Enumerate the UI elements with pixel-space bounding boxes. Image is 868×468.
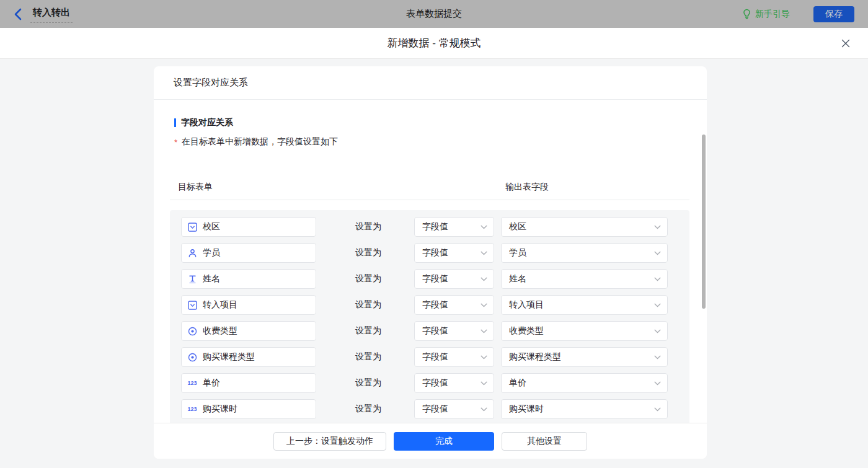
value-type-selected: 字段值 (422, 351, 448, 363)
mapping-row: 学员设置为字段值学员 (170, 243, 689, 263)
chevron-down-icon (654, 355, 661, 360)
target-form-field[interactable]: 123购买课时 (181, 399, 316, 419)
field-label: 姓名 (203, 273, 220, 285)
field-label: 学员 (203, 247, 220, 258)
mapping-row: 姓名设置为字段值姓名 (170, 269, 689, 289)
output-field-select[interactable]: 收费类型 (501, 321, 668, 341)
set-as-label: 设置为 (355, 325, 381, 337)
text-field-icon (187, 275, 197, 284)
target-form-field[interactable]: 收费类型 (181, 321, 316, 341)
output-field-select[interactable]: 校区 (501, 217, 668, 237)
column-header-target-form: 目标表单 (178, 182, 213, 193)
chevron-down-icon (654, 381, 661, 386)
vertical-scrollbar[interactable] (702, 135, 706, 309)
target-form-field[interactable]: 学员 (181, 243, 316, 263)
columns-divider (170, 200, 689, 200)
chevron-down-icon (654, 329, 661, 333)
page-title: 表单数据提交 (0, 8, 868, 20)
section-description: * 在目标表单中新增数据，字段值设置如下 (174, 136, 707, 148)
value-type-select[interactable]: 字段值 (414, 243, 494, 263)
field-label: 购买课程类型 (203, 351, 255, 363)
value-type-selected: 字段值 (422, 325, 448, 337)
lightbulb-icon (742, 9, 751, 19)
set-as-label: 设置为 (355, 404, 381, 415)
value-type-selected: 字段值 (422, 299, 448, 311)
number-field-icon: 123 (187, 406, 197, 412)
set-as-label: 设置为 (355, 377, 381, 389)
target-form-field[interactable]: 姓名 (181, 269, 316, 289)
modal-title: 新增数据 - 常规模式 (387, 36, 480, 50)
output-field-select[interactable]: 单价 (501, 373, 668, 393)
value-type-selected: 字段值 (422, 221, 448, 232)
flow-title[interactable]: 转入转出 (30, 6, 73, 23)
modal-body: 设置字段对应关系 字段对应关系 * 在目标表单中新增数据，字段值设置如下 目标表… (0, 59, 868, 468)
value-type-select[interactable]: 字段值 (414, 295, 494, 315)
beginner-guide-link[interactable]: 新手引导 (742, 9, 790, 20)
target-form-field[interactable]: 转入项目 (181, 295, 316, 315)
select-field-icon (187, 301, 197, 310)
mapping-row: 购买课程类型设置为字段值购买课程类型 (170, 347, 689, 367)
select-field-icon (187, 223, 197, 232)
mapping-row: 收费类型设置为字段值收费类型 (170, 321, 689, 341)
field-label: 购买课时 (203, 404, 237, 415)
target-form-field[interactable]: 校区 (181, 217, 316, 237)
chevron-down-icon (654, 225, 661, 229)
finish-button[interactable]: 完成 (394, 432, 494, 451)
member-field-icon (187, 249, 197, 258)
field-mapping-card: 设置字段对应关系 字段对应关系 * 在目标表单中新增数据，字段值设置如下 目标表… (154, 66, 707, 459)
field-label: 转入项目 (203, 299, 237, 311)
column-header-output-field: 输出表字段 (505, 182, 549, 193)
value-type-select[interactable]: 字段值 (414, 347, 494, 367)
output-field-select[interactable]: 姓名 (501, 269, 668, 289)
field-label: 校区 (203, 221, 220, 232)
value-type-select[interactable]: 字段值 (414, 321, 494, 341)
modal-header: 新增数据 - 常规模式 (0, 28, 868, 59)
add-data-modal: 新增数据 - 常规模式 设置字段对应关系 字段对应关系 * 在目标表单中新增数据… (0, 28, 868, 468)
prev-step-button[interactable]: 上一步：设置触发动作 (273, 432, 386, 451)
set-as-label: 设置为 (355, 351, 381, 363)
chevron-down-icon (480, 251, 487, 255)
set-as-label: 设置为 (355, 221, 381, 232)
chevron-down-icon (480, 381, 487, 386)
output-field-select[interactable]: 转入项目 (501, 295, 668, 315)
value-type-select[interactable]: 字段值 (414, 217, 494, 237)
value-type-select[interactable]: 字段值 (414, 269, 494, 289)
other-settings-button[interactable]: 其他设置 (502, 432, 587, 451)
mapping-row: 校区设置为字段值校区 (170, 217, 689, 237)
value-type-select[interactable]: 字段值 (414, 399, 494, 419)
save-button[interactable]: 保存 (813, 6, 854, 22)
mapping-row: 123单价设置为字段值单价 (170, 373, 689, 393)
chevron-down-icon (480, 303, 487, 307)
value-type-selected: 字段值 (422, 273, 448, 285)
target-form-field[interactable]: 123单价 (181, 373, 316, 393)
chevron-down-icon (480, 407, 487, 412)
output-field-selected: 购买课程类型 (509, 351, 561, 363)
set-as-label: 设置为 (355, 273, 381, 285)
back-icon[interactable] (14, 8, 22, 20)
output-field-selected: 单价 (509, 377, 526, 389)
section-accent-bar (174, 118, 176, 127)
output-field-selected: 转入项目 (509, 299, 544, 311)
value-type-selected: 字段值 (422, 404, 448, 415)
chevron-down-icon (654, 277, 661, 281)
target-form-field[interactable]: 购买课程类型 (181, 347, 316, 367)
value-type-select[interactable]: 字段值 (414, 373, 494, 393)
card-content: 字段对应关系 * 在目标表单中新增数据，字段值设置如下 目标表单 输出表字段 校… (154, 100, 707, 459)
chevron-down-icon (654, 407, 661, 412)
value-type-selected: 字段值 (422, 377, 448, 389)
output-field-selected: 学员 (509, 247, 526, 258)
mapping-list: 校区设置为字段值校区学员设置为字段值学员姓名设置为字段值姓名转入项目设置为字段值… (170, 210, 689, 456)
card-title: 设置字段对应关系 (154, 66, 707, 100)
chevron-down-icon (480, 277, 487, 281)
screen: 转入转出 表单数据提交 新手引导 保存 新增数据 - 常规模式 设置字段对应关系 (0, 0, 868, 468)
output-field-select[interactable]: 学员 (501, 243, 668, 263)
mapping-row: 转入项目设置为字段值转入项目 (170, 295, 689, 315)
set-as-label: 设置为 (355, 247, 381, 258)
output-field-selected: 校区 (509, 221, 526, 232)
output-field-select[interactable]: 购买课程类型 (501, 347, 668, 367)
output-field-selected: 收费类型 (509, 325, 544, 337)
chevron-down-icon (480, 225, 487, 229)
field-label: 单价 (203, 377, 220, 389)
output-field-select[interactable]: 购买课时 (501, 399, 668, 419)
close-icon[interactable] (838, 36, 853, 51)
